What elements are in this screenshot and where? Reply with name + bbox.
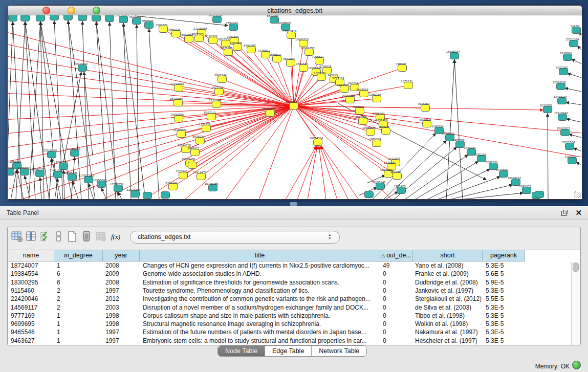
table-cell[interactable]: 18724007 — [11, 262, 53, 269]
delete-table-icon[interactable] — [95, 230, 107, 243]
table-cell[interactable]: 0 — [383, 312, 412, 319]
graph-node[interactable] — [373, 96, 381, 102]
column-header-name[interactable]: name — [8, 250, 54, 261]
graph-node[interactable] — [191, 149, 200, 156]
graph-node[interactable] — [299, 65, 308, 72]
graph-node[interactable] — [559, 69, 568, 75]
table-cell[interactable]: Disruption of a novel member of a sodium… — [143, 304, 379, 311]
table-cell[interactable]: Jankovic et al. (1997) — [415, 287, 482, 294]
table-cell[interactable]: 2 — [57, 295, 102, 302]
graph-node[interactable] — [188, 162, 197, 169]
table-header-row[interactable]: namein_degreeyeartitle△out_de...shortpag… — [8, 250, 572, 261]
close-panel-icon[interactable]: ✕ — [575, 208, 582, 217]
table-cell[interactable]: 1997 — [105, 287, 139, 294]
node-table[interactable]: namein_degreeyeartitle△out_de...shortpag… — [8, 250, 580, 345]
graph-node[interactable] — [558, 98, 567, 104]
delete-column-icon[interactable] — [80, 230, 93, 243]
graph-node[interactable] — [92, 15, 101, 21]
table-cell[interactable]: 0 — [383, 304, 412, 311]
graph-node[interactable] — [175, 85, 183, 92]
graph-node[interactable] — [209, 37, 217, 44]
table-scrollbar-thumb[interactable] — [573, 262, 579, 272]
float-panel-icon[interactable] — [561, 210, 568, 216]
graph-node[interactable] — [568, 158, 577, 164]
table-cell[interactable]: 0 — [383, 270, 412, 277]
graph-node[interactable] — [373, 140, 381, 147]
table-cell[interactable]: 22420046 — [11, 295, 53, 302]
table-cell[interactable]: 9115460 — [11, 287, 53, 294]
graph-node[interactable] — [565, 143, 574, 150]
table-cell[interactable]: Nakamura et al. (1997) — [415, 329, 482, 336]
table-cell[interactable]: 9465546 — [11, 329, 53, 336]
table-body[interactable]: 1872400712008Changes of HCN gene express… — [8, 261, 572, 345]
graph-node[interactable] — [179, 172, 188, 179]
table-cell[interactable]: 5.3E-5 — [486, 337, 524, 344]
graph-node[interactable] — [224, 49, 233, 56]
graph-node[interactable] — [36, 170, 45, 177]
table-cell[interactable]: 5.5E-5 — [486, 295, 524, 302]
table-cell[interactable]: Estimation of the future numbers of pati… — [143, 329, 379, 336]
graph-node[interactable] — [522, 187, 531, 194]
graph-node[interactable] — [359, 118, 367, 125]
graph-node[interactable] — [54, 171, 62, 178]
graph-node[interactable] — [84, 177, 93, 183]
table-cell[interactable]: 2008 — [105, 279, 139, 286]
table-cell[interactable]: 0 — [383, 295, 412, 302]
table-cell[interactable]: Hescheler et al. (1997) — [415, 337, 482, 344]
graph-node[interactable] — [21, 15, 30, 21]
column-header-in_degree[interactable]: in_degree — [54, 250, 103, 261]
tab-edge-table[interactable]: Edge Table — [265, 346, 312, 356]
network-window[interactable]: citations_edges.txt 18724007140557172069… — [7, 5, 582, 200]
graph-node[interactable] — [71, 150, 79, 157]
table-cell[interactable]: 5.3E-5 — [486, 262, 524, 269]
graph-node[interactable] — [207, 114, 216, 120]
table-cell[interactable]: 1 — [57, 337, 102, 344]
graph-node[interactable] — [287, 60, 295, 67]
table-cell[interactable]: 0 — [383, 337, 412, 344]
graph-node[interactable] — [68, 174, 77, 181]
graph-node[interactable] — [561, 129, 570, 136]
graph-node[interactable] — [273, 56, 281, 62]
table-cell[interactable]: 2009 — [105, 270, 139, 277]
table-row[interactable]: 969969511998Structural magnetic resonanc… — [8, 320, 572, 328]
table-cell[interactable]: Changes of HCN gene expression and I(f) … — [143, 262, 379, 269]
table-cell[interactable]: 2 — [57, 304, 102, 311]
graph-node[interactable] — [360, 91, 368, 97]
graph-node[interactable] — [563, 54, 572, 61]
tab-node-table[interactable]: Node Table — [218, 346, 265, 356]
graph-node[interactable] — [172, 31, 181, 37]
table-row[interactable]: 946554611997Estimation of the future num… — [8, 328, 572, 336]
table-cell[interactable]: 9699695 — [11, 320, 53, 327]
graph-node[interactable] — [8, 169, 14, 176]
graph-node[interactable] — [20, 169, 29, 176]
graph-node[interactable] — [376, 183, 385, 190]
graph-node[interactable] — [169, 184, 178, 190]
table-scrollbar[interactable] — [571, 261, 579, 345]
table-cell[interactable]: 2008 — [105, 262, 139, 269]
table-mode-icon[interactable] — [11, 230, 23, 243]
graph-node[interactable] — [161, 192, 170, 199]
graph-node[interactable] — [36, 15, 45, 21]
graph-node[interactable] — [266, 110, 275, 117]
graph-node[interactable] — [185, 36, 193, 42]
table-cell[interactable]: 5.3E-5 — [486, 312, 524, 319]
table-cell[interactable]: Tourette syndrome. Phenomenology and cla… — [143, 287, 379, 294]
table-cell[interactable]: 49 — [383, 262, 412, 269]
table-cell[interactable]: Stergiakouli et al. (2012) — [415, 295, 482, 302]
table-cell[interactable]: 1 — [57, 312, 102, 319]
graph-node[interactable] — [397, 187, 406, 194]
table-cell[interactable]: 5.3E-5 — [486, 287, 524, 294]
table-cell[interactable]: 6 — [57, 279, 102, 286]
graph-node[interactable] — [317, 74, 326, 81]
graph-node[interactable] — [366, 129, 375, 136]
table-row[interactable]: 1830029562008Estimation of significance … — [8, 278, 572, 287]
table-cell[interactable]: Embryonic stem cells: a model to study s… — [143, 337, 379, 344]
column-header-pagerank[interactable]: pagerank — [483, 250, 525, 261]
table-cell[interactable]: Genome-wide association studies in ADHD. — [143, 270, 379, 277]
table-cell[interactable]: Corpus callosum shape and size in male p… — [143, 312, 379, 319]
table-cell[interactable]: 18300295 — [11, 279, 53, 286]
graph-node[interactable] — [421, 105, 430, 112]
graph-node[interactable] — [340, 86, 349, 93]
graph-node[interactable] — [202, 125, 211, 132]
row-height-icon[interactable] — [53, 230, 65, 243]
